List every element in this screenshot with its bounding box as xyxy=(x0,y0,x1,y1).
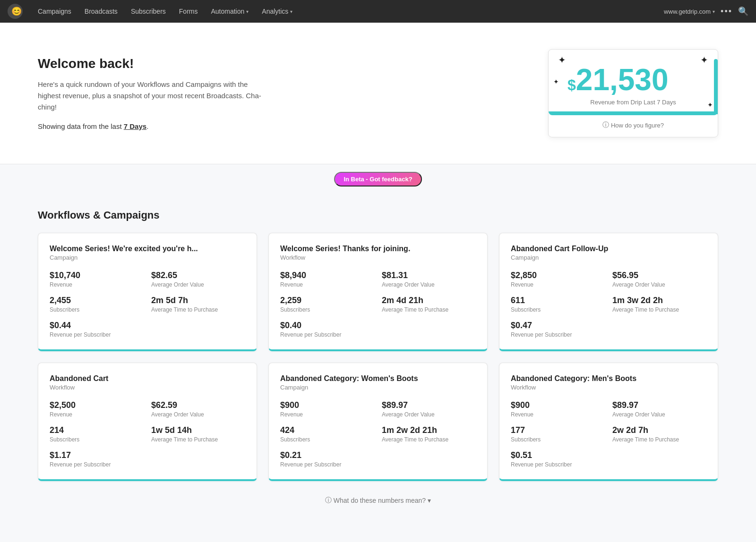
nav-right: www.getdrip.com ▾ ••• 🔍 xyxy=(664,6,748,17)
card-stat-0-3: 2m 5d 7h Average Time to Purchase xyxy=(151,296,245,313)
workflow-card-3[interactable]: Abandoned Cart Workflow $2,500 Revenue $… xyxy=(38,363,257,481)
card-stat-0-0: $10,740 Revenue xyxy=(50,271,144,288)
card-stat-1-1: $81.31 Average Order Value xyxy=(382,271,476,288)
sparkle-decoration-tr: ✦ xyxy=(700,54,708,66)
card-stat-0-4: $0.44 Revenue per Subscriber xyxy=(50,321,245,338)
stat-label: Average Time to Purchase xyxy=(382,436,476,443)
stat-label: Revenue per Subscriber xyxy=(50,461,245,468)
stat-value: 2m 5d 7h xyxy=(151,296,245,305)
stat-value: 2,259 xyxy=(280,296,374,305)
stat-value: 1w 5d 14h xyxy=(151,425,245,435)
logo[interactable]: 😊 xyxy=(8,4,23,19)
card-title: Abandoned Category: Women's Boots xyxy=(280,374,476,383)
nav-link-analytics[interactable]: Analytics ▾ xyxy=(256,5,298,18)
days-link[interactable]: 7 Days xyxy=(124,122,146,130)
stat-label: Average Order Value xyxy=(151,281,245,288)
hero-description: Here's a quick rundown of your Workflows… xyxy=(38,79,265,113)
stat-label: Revenue xyxy=(50,281,144,288)
card-stat-0-2: 2,455 Subscribers xyxy=(50,296,144,313)
hero-section: Welcome back! Here's a quick rundown of … xyxy=(0,23,756,164)
cards-grid: Welcome Series! We're excited you're h..… xyxy=(38,233,718,481)
card-stat-3-1: $62.59 Average Order Value xyxy=(151,400,245,418)
stat-label: Subscribers xyxy=(50,436,144,443)
workflow-card-5[interactable]: Abandoned Category: Men's Boots Workflow… xyxy=(499,363,718,481)
stat-value: 424 xyxy=(280,425,374,435)
card-type: Campaign xyxy=(511,254,706,261)
nav-link-campaigns[interactable]: Campaigns xyxy=(32,5,77,18)
workflow-card-0[interactable]: Welcome Series! We're excited you're h..… xyxy=(38,233,257,351)
revenue-bottom-bar xyxy=(549,111,718,115)
stat-label: Subscribers xyxy=(280,306,374,313)
revenue-bar-decoration xyxy=(714,59,718,114)
card-stat-1-3: 2m 4d 21h Average Time to Purchase xyxy=(382,296,476,313)
stat-value: $2,500 xyxy=(50,400,144,410)
stat-value: $81.31 xyxy=(382,271,476,280)
nav-link-forms[interactable]: Forms xyxy=(173,5,204,18)
nav-link-broadcasts[interactable]: Broadcasts xyxy=(79,5,123,18)
stat-label: Revenue per Subscriber xyxy=(511,331,706,338)
sparkle-decoration-ml: ✦ xyxy=(553,78,559,85)
card-title: Welcome Series! Thanks for joining. xyxy=(280,245,476,253)
section-title: Workflows & Campaigns xyxy=(38,209,718,221)
card-title: Welcome Series! We're excited you're h..… xyxy=(50,245,245,253)
stat-value: $900 xyxy=(511,400,605,410)
nav-link-automation[interactable]: Automation ▾ xyxy=(205,5,254,18)
stat-value: $2,850 xyxy=(511,271,605,280)
stat-label: Revenue xyxy=(280,411,374,418)
revenue-figure-link[interactable]: ⓘ How do you figure? xyxy=(567,121,699,137)
more-options-button[interactable]: ••• xyxy=(721,7,732,17)
stat-label: Average Order Value xyxy=(382,281,476,288)
hero-days-text: Showing data from the last 7 Days. xyxy=(38,122,265,130)
search-icon[interactable]: 🔍 xyxy=(738,6,748,17)
stat-label: Average Time to Purchase xyxy=(382,306,476,313)
card-stat-2-3: 1m 3w 2d 2h Average Time to Purchase xyxy=(612,296,706,313)
stat-value: $89.97 xyxy=(612,400,706,410)
card-stat-2-4: $0.47 Revenue per Subscriber xyxy=(511,321,706,338)
sparkle-decoration-tl: ✦ xyxy=(558,54,566,66)
revenue-amount: $ 21,530 xyxy=(567,65,699,95)
card-stat-2-0: $2,850 Revenue xyxy=(511,271,605,288)
stat-value: $10,740 xyxy=(50,271,144,280)
stat-label: Average Time to Purchase xyxy=(151,306,245,313)
nav-link-subscribers[interactable]: Subscribers xyxy=(125,5,172,18)
info-icon-footer: ⓘ xyxy=(325,496,332,505)
workflow-card-2[interactable]: Abandoned Cart Follow-Up Campaign $2,850… xyxy=(499,233,718,351)
stat-value: $1.17 xyxy=(50,450,245,460)
stat-value: 1m 2w 2d 21h xyxy=(382,425,476,435)
main-nav: 😊 Campaigns Broadcasts Subscribers Forms… xyxy=(0,0,756,23)
card-title: Abandoned Category: Men's Boots xyxy=(511,374,706,383)
numbers-meaning-link[interactable]: ⓘ What do these numbers mean? ▾ xyxy=(38,496,718,505)
beta-feedback-button[interactable]: In Beta - Got feedback? xyxy=(334,172,421,186)
beta-bar: In Beta - Got feedback? xyxy=(0,164,756,194)
domain-selector[interactable]: www.getdrip.com ▾ xyxy=(664,8,715,15)
hero-title: Welcome back! xyxy=(38,56,265,71)
stat-label: Revenue xyxy=(50,411,144,418)
stat-label: Revenue per Subscriber xyxy=(50,331,245,338)
card-stat-4-3: 1m 2w 2d 21h Average Time to Purchase xyxy=(382,425,476,443)
card-type: Campaign xyxy=(280,384,476,391)
chevron-down-icon: ▾ xyxy=(290,9,292,14)
card-stat-5-3: 2w 2d 7h Average Time to Purchase xyxy=(612,425,706,443)
stat-value: 2w 2d 7h xyxy=(612,425,706,435)
card-stat-4-0: $900 Revenue xyxy=(280,400,374,418)
stat-label: Average Time to Purchase xyxy=(151,436,245,443)
card-type: Workflow xyxy=(280,254,476,261)
card-stat-5-2: 177 Subscribers xyxy=(511,425,605,443)
svg-text:😊: 😊 xyxy=(11,6,22,17)
workflow-card-1[interactable]: Welcome Series! Thanks for joining. Work… xyxy=(268,233,488,351)
stat-value: 611 xyxy=(511,296,605,305)
card-stat-1-0: $8,940 Revenue xyxy=(280,271,374,288)
workflow-card-4[interactable]: Abandoned Category: Women's Boots Campai… xyxy=(268,363,488,481)
stat-label: Average Order Value xyxy=(612,281,706,288)
numbers-meaning-text: What do these numbers mean? xyxy=(334,497,426,504)
stat-value: $0.47 xyxy=(511,321,706,330)
info-icon: ⓘ xyxy=(602,121,609,129)
stat-label: Subscribers xyxy=(280,436,374,443)
card-type: Workflow xyxy=(50,384,245,391)
card-stat-4-4: $0.21 Revenue per Subscriber xyxy=(280,450,476,468)
stat-value: $0.21 xyxy=(280,450,476,460)
stat-value: $0.44 xyxy=(50,321,245,330)
chevron-down-icon: ▾ xyxy=(246,9,249,14)
stat-label: Subscribers xyxy=(511,306,605,313)
stat-value: $900 xyxy=(280,400,374,410)
